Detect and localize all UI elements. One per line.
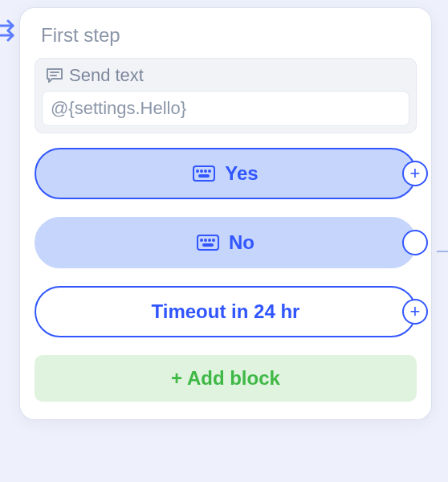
svg-point-2 [201, 170, 202, 172]
connector-port-plus[interactable]: + [402, 161, 428, 186]
step-card: First step Send text @{settings.Hello} [20, 8, 431, 419]
svg-rect-6 [198, 235, 218, 250]
svg-point-3 [205, 170, 206, 172]
send-text-value[interactable]: @{settings.Hello} [42, 91, 409, 126]
add-block-button[interactable]: + Add block [35, 355, 417, 402]
add-block-label: + Add block [171, 367, 280, 390]
option-label: Yes [225, 162, 258, 185]
svg-point-7 [201, 239, 202, 241]
send-text-label: Send text [69, 65, 144, 86]
svg-point-8 [205, 239, 206, 241]
svg-rect-0 [193, 166, 214, 181]
chat-text-icon [45, 67, 64, 84]
card-title[interactable]: First step [41, 24, 417, 47]
svg-point-4 [209, 170, 210, 172]
svg-rect-11 [203, 244, 213, 246]
option-yes[interactable]: Yes + [35, 148, 417, 199]
svg-point-9 [209, 239, 210, 241]
send-text-header: Send text [45, 65, 409, 86]
keyboard-icon [197, 235, 219, 251]
connector-port-empty[interactable] [402, 230, 428, 255]
svg-point-10 [213, 239, 214, 241]
send-text-block[interactable]: Send text @{settings.Hello} [35, 58, 417, 133]
connector-port-plus[interactable]: + [402, 299, 428, 325]
option-no[interactable]: No [35, 217, 417, 268]
svg-point-1 [197, 170, 198, 172]
svg-rect-5 [199, 175, 209, 177]
option-label: No [229, 231, 255, 254]
option-label: Timeout in 24 hr [152, 300, 300, 323]
option-timeout[interactable]: Timeout in 24 hr + [35, 286, 417, 337]
outgoing-connector-line [437, 251, 448, 252]
incoming-arrow-icon [0, 19, 22, 43]
keyboard-icon [193, 165, 215, 182]
